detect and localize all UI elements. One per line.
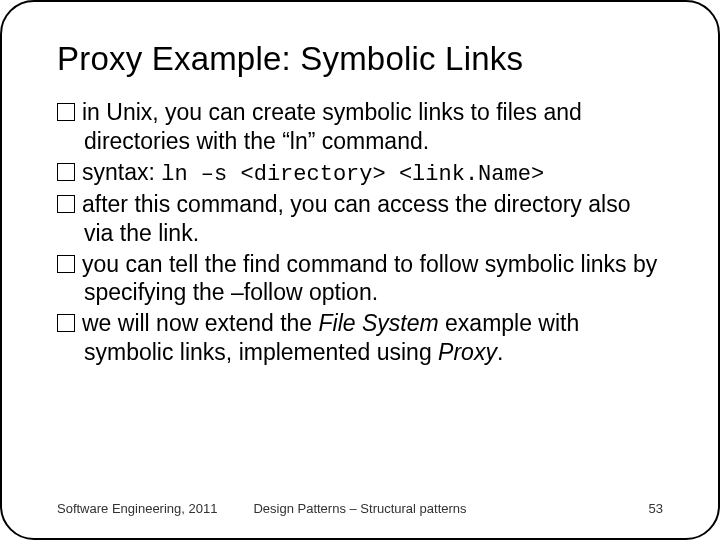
bullet-5: we will now extend the File System examp… <box>57 309 663 367</box>
slide-frame: Proxy Example: Symbolic Links in Unix, y… <box>0 0 720 540</box>
bullet-marker-icon <box>57 103 75 121</box>
bullet-2-code: ln –s <directory> <link.Name> <box>161 162 544 187</box>
bullet-4-follow: –follow <box>231 279 303 305</box>
bullet-1-text: in Unix, you can create symbolic links t… <box>82 99 582 154</box>
bullet-4-text-c: option. <box>303 279 378 305</box>
footer-center: Design Patterns – Structural patterns <box>57 501 663 516</box>
bullet-marker-icon <box>57 195 75 213</box>
bullet-5-proxy: Proxy <box>438 339 497 365</box>
bullet-marker-icon <box>57 163 75 181</box>
slide-title: Proxy Example: Symbolic Links <box>57 40 663 78</box>
bullet-1: in Unix, you can create symbolic links t… <box>57 98 663 156</box>
slide-body: in Unix, you can create symbolic links t… <box>57 98 663 367</box>
bullet-3: after this command, you can access the d… <box>57 190 663 248</box>
bullet-3-text: after this command, you can access the d… <box>82 191 630 246</box>
bullet-4: you can tell the find command to follow … <box>57 250 663 308</box>
bullet-4-text-a: you can tell the <box>82 251 243 277</box>
bullet-4-find: find <box>243 251 280 277</box>
bullet-marker-icon <box>57 255 75 273</box>
bullet-5-text-a: we will now extend the <box>82 310 319 336</box>
footer-page-number: 53 <box>649 501 663 516</box>
bullet-2: syntax: ln –s <directory> <link.Name> <box>57 158 663 189</box>
bullet-5-filesystem: File System <box>319 310 439 336</box>
bullet-marker-icon <box>57 314 75 332</box>
bullet-2-label: syntax: <box>82 159 161 185</box>
bullet-5-text-c: . <box>497 339 503 365</box>
